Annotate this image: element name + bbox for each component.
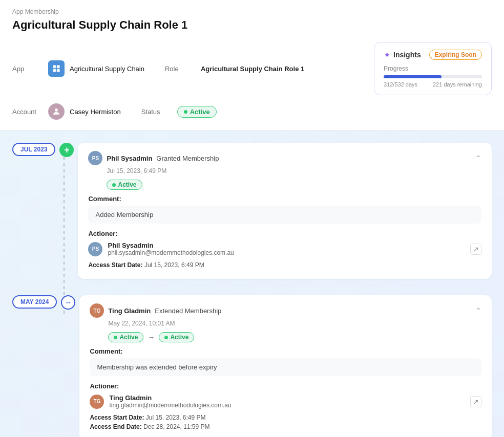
event-action-0: Granted Membership bbox=[156, 155, 219, 162]
timeline-date-badge-0: JUL 2023 bbox=[12, 143, 55, 156]
event-status-badge-0: Active bbox=[107, 180, 142, 190]
role-label: Role bbox=[165, 65, 196, 73]
event-action-1: Extended Membership bbox=[155, 307, 221, 315]
role-meta-item: Role Agricultural Supply Chain Role 1 bbox=[165, 65, 304, 73]
app-icon bbox=[48, 60, 65, 77]
event-actioner-label-1: Actioner: bbox=[90, 382, 481, 390]
role-value: Agricultural Supply Chain Role 1 bbox=[201, 65, 304, 73]
account-label: Account bbox=[12, 108, 43, 116]
event-access-end-row-1: Access End Date: Dec 28, 2024, 11:59 PM bbox=[90, 423, 481, 430]
status-dot-0 bbox=[112, 183, 116, 187]
event-status-to-badge-1: Active bbox=[159, 332, 194, 342]
insights-header: ✦ Insights Expiring Soon bbox=[384, 50, 482, 60]
breadcrumb: App Membership bbox=[12, 8, 492, 15]
access-end-label-1: Access End Date: bbox=[90, 423, 141, 430]
svg-rect-2 bbox=[53, 69, 56, 72]
event-status-row-1: Active → Active bbox=[90, 332, 481, 342]
event-status-from-badge-1: Active bbox=[108, 332, 143, 342]
event-access-start-row-1: Access Start Date: Jul 15, 2023, 6:49 PM bbox=[90, 414, 481, 421]
event-chevron-0[interactable]: ⌃ bbox=[475, 154, 481, 162]
app-label: App bbox=[12, 65, 43, 73]
status-meta-item: Status Active bbox=[141, 106, 217, 118]
insights-stats: 312/532 days 221 days remaining bbox=[384, 81, 482, 88]
event-actor-0: Phil Sysadmin bbox=[107, 155, 152, 162]
event-header-1: TG Ting Gladmin Extended Membership ⌃ bbox=[90, 303, 481, 318]
status-label: Status bbox=[141, 108, 172, 116]
status-dot bbox=[184, 110, 187, 114]
actioner-email-1: ting.gladmin@modernmethodologies.com.au bbox=[109, 402, 231, 409]
timeline-icon-1[interactable]: ↔ bbox=[61, 295, 75, 310]
insights-days-remaining: 221 days remaining bbox=[433, 81, 482, 88]
actioner-row-0: PS Phil Sysadmin phil.sysadmin@modernmet… bbox=[88, 242, 481, 256]
account-value: Casey Hermiston bbox=[70, 108, 121, 116]
app-meta-item: App Agricultural Supply Chain bbox=[12, 60, 144, 77]
status-badge: Active bbox=[177, 106, 217, 118]
event-comment-label-0: Comment: bbox=[88, 195, 481, 203]
svg-rect-3 bbox=[57, 69, 60, 72]
arrow-right-1: → bbox=[148, 333, 155, 341]
account-meta-item: Account Casey Hermiston bbox=[12, 103, 121, 120]
event-avatar-1: TG bbox=[90, 303, 104, 318]
insights-card: ✦ Insights Expiring Soon Progress 312/53… bbox=[374, 42, 492, 95]
timeline-card-1: TG Ting Gladmin Extended Membership ⌃ Ma… bbox=[79, 295, 492, 437]
access-end-value-1: Dec 28, 2024, 11:59 PM bbox=[143, 423, 209, 430]
event-timestamp-1: May 22, 2024, 10:01 AM bbox=[90, 320, 481, 327]
meta-row: App Agricultural Supply Chain Role Agric… bbox=[12, 42, 492, 95]
status-dot-from-1 bbox=[114, 336, 117, 339]
page-title: Agricultural Supply Chain Role 1 bbox=[12, 18, 492, 32]
app-value: Agricultural Supply Chain bbox=[70, 65, 144, 73]
actioner-avatar-1: TG bbox=[90, 395, 104, 409]
timeline-line-0 bbox=[64, 157, 65, 314]
actioner-email-0: phil.sysadmin@modernmethodologies.com.au bbox=[108, 249, 234, 256]
access-start-value-1: Jul 15, 2023, 6:49 PM bbox=[146, 414, 206, 421]
actioner-avatar-0: PS bbox=[88, 242, 102, 256]
spark-icon: ✦ bbox=[384, 50, 390, 60]
event-chevron-1[interactable]: ⌃ bbox=[475, 307, 481, 315]
actioner-info-0: Phil Sysadmin phil.sysadmin@modernmethod… bbox=[108, 242, 234, 256]
progress-bar-fill bbox=[384, 75, 442, 78]
access-start-label-0: Access Start Date: bbox=[88, 261, 142, 269]
insights-progress-label: Progress bbox=[384, 65, 482, 72]
event-status-row-0: Active bbox=[88, 180, 481, 190]
timeline-card-0: PS Phil Sysadmin Granted Membership ⌃ Ju… bbox=[78, 143, 492, 279]
timeline-entry-1: MAY 2024 ↔ TG Ting Gladmin Extended Memb… bbox=[12, 295, 492, 437]
timeline-entry-0: JUL 2023 + PS Phil Sysadmin Granted Memb… bbox=[12, 143, 492, 279]
access-start-label-1: Access Start Date: bbox=[90, 414, 144, 421]
status-value: Active bbox=[190, 108, 210, 116]
event-access-start-row-0: Access Start Date: Jul 15, 2023, 6:49 PM bbox=[88, 261, 481, 269]
actioner-row-1: TG Ting Gladmin ting.gladmin@modernmetho… bbox=[90, 394, 481, 409]
insights-days-used: 312/532 days bbox=[384, 81, 417, 88]
event-comment-label-1: Comment: bbox=[90, 347, 481, 355]
actioner-info-1: Ting Gladmin ting.gladmin@modernmethodol… bbox=[109, 394, 231, 409]
event-comment-box-0: Added Membership bbox=[88, 206, 481, 224]
svg-rect-0 bbox=[53, 65, 56, 68]
external-link-icon-1[interactable]: ↗ bbox=[470, 396, 481, 407]
event-avatar-0: PS bbox=[88, 151, 102, 165]
event-actioner-label-0: Actioner: bbox=[88, 230, 481, 237]
event-timestamp-0: Jul 15, 2023, 6:49 PM bbox=[88, 167, 481, 174]
insights-title-group: ✦ Insights bbox=[384, 50, 421, 60]
status-dot-to-1 bbox=[164, 336, 168, 339]
insights-title: Insights bbox=[393, 51, 421, 59]
event-actor-1: Ting Gladmin bbox=[108, 307, 151, 315]
meta-row-2: Account Casey Hermiston Status Active bbox=[12, 103, 492, 120]
page-header: App Membership Agricultural Supply Chain… bbox=[0, 0, 504, 130]
access-start-value-0: Jul 15, 2023, 6:49 PM bbox=[144, 261, 204, 269]
timeline-section: JUL 2023 + PS Phil Sysadmin Granted Memb… bbox=[0, 130, 504, 437]
timeline-icon-0[interactable]: + bbox=[59, 143, 74, 157]
account-avatar bbox=[48, 103, 65, 120]
expiring-badge: Expiring Soon bbox=[429, 50, 482, 60]
svg-point-4 bbox=[55, 108, 58, 112]
event-header-0: PS Phil Sysadmin Granted Membership ⌃ bbox=[88, 151, 481, 165]
svg-rect-1 bbox=[57, 65, 60, 68]
external-link-icon-0[interactable]: ↗ bbox=[470, 244, 481, 255]
actioner-name-1: Ting Gladmin bbox=[109, 394, 231, 402]
timeline-date-badge-1: MAY 2024 bbox=[12, 295, 57, 309]
event-comment-box-1: Membership was extended before expiry bbox=[90, 358, 481, 376]
progress-bar-background bbox=[384, 75, 482, 78]
actioner-name-0: Phil Sysadmin bbox=[108, 242, 234, 249]
